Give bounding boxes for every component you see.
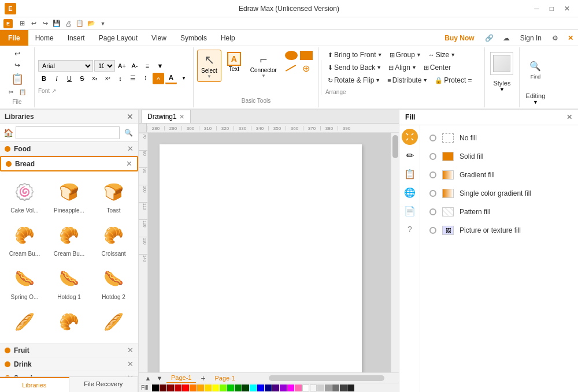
list-item[interactable]: 🌭 Hotdog 1 [48, 262, 90, 303]
settings-btn[interactable]: ⚙ [547, 30, 563, 46]
font-align-btn[interactable]: ≡ [142, 60, 153, 72]
drawing1-tab-close[interactable]: ✕ [179, 113, 184, 121]
line-height-btn[interactable]: ↕ [114, 73, 126, 84]
drawing1-tab[interactable]: Drawing1 ✕ [141, 110, 191, 123]
share-icon-btn[interactable]: 🔗 [480, 30, 498, 46]
color-swatch[interactable] [167, 384, 174, 391]
font-family-select[interactable]: Arial [38, 60, 93, 72]
ribbon-redo-btn[interactable]: ↪ [12, 60, 23, 70]
buy-now-btn[interactable]: Buy Now [439, 30, 480, 46]
underline-btn[interactable]: U [64, 73, 75, 84]
qa-redo-btn[interactable]: ↪ [40, 19, 50, 28]
find-btn[interactable]: 🔍 [529, 61, 541, 72]
color-swatch[interactable] [235, 384, 242, 391]
color-swatch[interactable] [190, 384, 197, 391]
bread-section-header[interactable]: Bread ✕ [0, 156, 138, 171]
select-btn[interactable]: ↖ Select ▼ [197, 50, 221, 82]
ribbon-paste-area[interactable]: 📋 [9, 72, 26, 87]
fill-option-single-gradient[interactable]: Single color gradient fill [426, 186, 572, 200]
drink-section-header[interactable]: Drink ✕ [0, 357, 138, 371]
plus-shape[interactable]: ⊕ [300, 64, 313, 73]
qa-print-btn[interactable]: 🖨 [64, 19, 73, 28]
color-swatch[interactable] [205, 384, 212, 391]
panel-close-btn[interactable]: ✕ [127, 112, 134, 121]
fruit-close-btn[interactable]: ✕ [127, 346, 134, 354]
strikethrough-btn[interactable]: S [76, 73, 88, 84]
list-item[interactable]: 🌭 Hotdog 2 [92, 262, 135, 303]
font-color-bg-btn[interactable]: A [153, 73, 164, 84]
food-close-btn[interactable]: ✕ [127, 144, 134, 153]
fill-option-pattern[interactable]: Pattern fill [426, 205, 572, 219]
color-swatch[interactable] [340, 384, 347, 391]
fill-option-gradient[interactable]: Gradient fill [426, 168, 572, 182]
list-item[interactable]: 🥐 [48, 305, 90, 339]
file-recovery-tab[interactable]: File Recovery [69, 377, 139, 392]
libraries-tab[interactable]: Libraries [0, 377, 69, 392]
number-list-btn[interactable]: ⁝ [140, 73, 151, 84]
list-item[interactable]: 🥖 [92, 305, 135, 339]
page-add-btn[interactable]: + [198, 374, 208, 383]
rotate-flip-btn[interactable]: ↻ Rotate & Flip ▼ [325, 76, 383, 85]
bullets-btn[interactable]: ☰ [127, 73, 139, 84]
rect-shape[interactable] [300, 51, 313, 60]
list-item[interactable]: 🥐 Cream Bu... [3, 218, 46, 259]
connector-btn[interactable]: ⌐ Connector ▼ [247, 50, 280, 81]
qa-undo-btn[interactable]: ↩ [29, 19, 38, 28]
color-swatch[interactable] [295, 384, 302, 391]
fill-q-icon-btn[interactable]: ? [402, 221, 418, 237]
menu-home[interactable]: Home [28, 30, 61, 46]
color-swatch[interactable] [152, 384, 159, 391]
page-tab-current[interactable]: Page-1 [210, 374, 239, 383]
menu-insert[interactable]: Insert [61, 30, 92, 46]
center-btn[interactable]: ⊞ Center [421, 63, 453, 72]
color-swatch[interactable] [287, 384, 294, 391]
menu-page-layout[interactable]: Page Layout [92, 30, 144, 46]
fill-option-no-fill[interactable]: No fill [426, 131, 572, 145]
qa-new-btn[interactable]: ⊞ [17, 19, 27, 28]
search-icon-btn[interactable]: 🔍 [122, 126, 135, 139]
distribute-btn[interactable]: ≡ Distribute ▼ [385, 76, 430, 85]
list-item[interactable]: 🍥 Cake Vol... [3, 175, 46, 216]
styles-preview[interactable] [490, 52, 513, 75]
ribbon-cut-btn[interactable]: ✂ [6, 88, 16, 96]
ribbon-copy-btn[interactable]: 📋 [17, 88, 28, 96]
close-btn[interactable]: ✕ [561, 5, 573, 13]
fill-panel-close-btn[interactable]: ✕ [566, 113, 572, 121]
ellipse-shape[interactable] [285, 51, 298, 60]
menu-file[interactable]: File [0, 30, 28, 46]
vertical-scrollbar[interactable] [391, 133, 399, 372]
fruit-section-header[interactable]: Fruit ✕ [0, 344, 138, 357]
color-swatch[interactable] [347, 384, 354, 391]
color-swatch[interactable] [272, 384, 279, 391]
page-nav-down-btn[interactable]: ▼ [155, 374, 164, 383]
menu-help[interactable]: Help [214, 30, 242, 46]
group-btn[interactable]: ⊞ Group ▼ [387, 50, 424, 59]
list-item[interactable]: 🍞 Pineapple... [48, 175, 90, 216]
color-swatch[interactable] [302, 384, 309, 391]
subscript-btn[interactable]: X₂ [89, 73, 101, 84]
app-logo-btn[interactable]: ✕ [563, 30, 578, 46]
color-swatch[interactable] [317, 384, 324, 391]
styles-dropdown[interactable]: ▼ [499, 87, 505, 92]
maximize-btn[interactable]: □ [546, 5, 557, 13]
color-swatch[interactable] [250, 384, 257, 391]
list-item[interactable]: 🍞 Toast [92, 175, 135, 216]
minimize-btn[interactable]: ─ [531, 5, 543, 13]
qa-copy-btn[interactable]: 📋 [75, 19, 84, 28]
align-btn[interactable]: ⊟ Align ▼ [386, 63, 419, 72]
editing-dropdown[interactable]: ▼ [533, 99, 538, 105]
color-swatch[interactable] [332, 384, 339, 391]
fill-paint-icon-btn[interactable] [402, 129, 418, 145]
color-swatch[interactable] [227, 384, 234, 391]
ribbon-undo-btn[interactable]: ↩ [12, 48, 23, 59]
send-to-back-btn[interactable]: ⬇ Send to Back ▼ [325, 63, 384, 72]
fill-globe-icon-btn[interactable]: 🌐 [402, 184, 418, 200]
color-swatch[interactable] [265, 384, 272, 391]
menu-view[interactable]: View [144, 30, 173, 46]
list-item[interactable]: 🌭 Spring O... [3, 262, 46, 303]
font-color-btn[interactable]: A [165, 73, 177, 84]
list-item[interactable]: 🥐 Cream Bu... [48, 218, 90, 259]
font-more-btn[interactable]: ▼ [154, 60, 166, 72]
color-swatch[interactable] [182, 384, 189, 391]
text-btn[interactable]: A Text [224, 50, 244, 74]
